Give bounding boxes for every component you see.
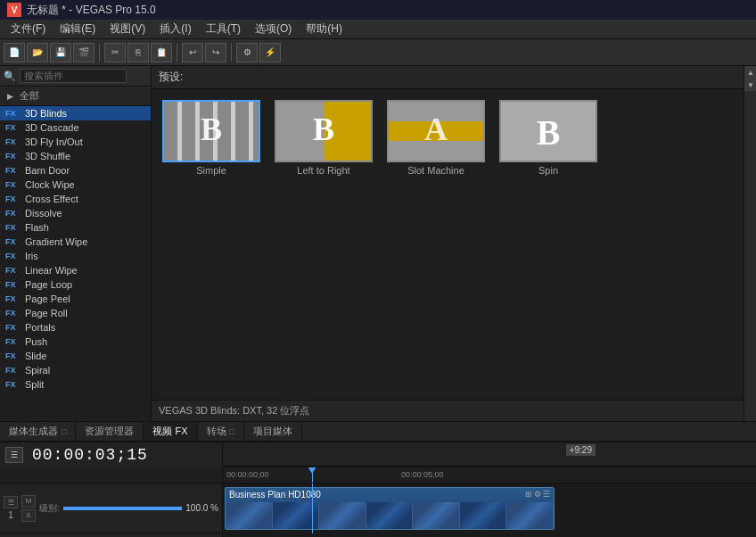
effect-3d-blinds[interactable]: FX 3D Blinds [0,106,151,120]
tab-transitions-close[interactable]: □ [230,427,234,436]
playhead-head [308,467,316,474]
svg-text:B: B [537,112,561,153]
track-mute[interactable]: M [21,495,36,508]
preset-label-slot: Slot Machine [407,165,464,176]
preset-simple[interactable]: B Simple [159,96,264,179]
track-expand-btn[interactable]: ☰ [4,496,18,508]
ruler-mark-1: 00:00:05;00 [401,470,444,479]
right-panel-wrapper: 预设: [152,66,756,421]
toolbar-open[interactable]: 📂 [27,43,48,62]
timeline-tracks: ☰ 1 M S 级别: 100.0 % [0,483,756,537]
track-label-row-1: ☰ 1 M S 级别: 100.0 % [0,483,222,533]
toolbar-new[interactable]: 📄 [4,43,25,62]
collapse-icon[interactable]: ▶ [7,92,13,101]
effect-cross[interactable]: FX Cross Effect [0,192,151,206]
effect-split[interactable]: FX Split [0,377,151,392]
preset-label-simple: Simple [196,165,226,176]
tab-transitions[interactable]: 转场 □ [198,422,244,441]
svg-rect-2 [182,102,195,161]
tab-media-gen[interactable]: 媒体生成器 □ [0,422,76,441]
tab-project-media[interactable]: 项目媒体 [244,422,302,441]
all-label: 全部 [20,89,39,103]
clip-thumbnail-strip [226,502,554,529]
toolbar-render[interactable]: 🎬 [73,43,94,62]
effect-3d-cascade[interactable]: FX 3D Cascade [0,120,151,135]
menu-help[interactable]: 帮助(H) [299,20,349,38]
menu-tools[interactable]: 工具(T) [199,20,248,38]
menu-view[interactable]: 视图(V) [103,20,152,38]
toolbar-copy[interactable]: ⎘ [127,43,149,62]
effects-list: FX 3D Blinds FX 3D Cascade FX 3D Fly In/… [0,106,151,421]
level-fill [63,507,183,510]
toolbar-extra1[interactable]: ⚙ [236,43,258,62]
effect-iris[interactable]: FX Iris [0,249,151,263]
preset-label-left-right: Left to Right [297,165,349,176]
track-labels: ☰ 1 M S 级别: 100.0 % [0,483,223,537]
ruler-track[interactable]: 00:00:00;00 00:00:05;00 [223,467,756,483]
effect-3d-fly[interactable]: FX 3D Fly In/Out [0,135,151,149]
search-input[interactable] [20,69,127,83]
preset-thumb-left-right: B [275,100,373,162]
video-clip[interactable]: Business Plan HD1080 ⊞ ⚙ ☰ [225,487,555,530]
effect-3d-shuffle[interactable]: FX 3D Shuffle [0,149,151,163]
level-slider[interactable] [63,507,183,510]
svg-rect-5 [235,102,249,161]
track-level: 级别: 100.0 % [39,502,218,515]
level-label: 级别: [39,502,60,515]
effect-gradient-wipe[interactable]: FX Gradient Wipe [0,235,151,249]
menu-edit[interactable]: 编辑(E) [53,20,103,38]
tab-assets[interactable]: 资源管理器 [76,422,144,441]
effect-barn-door[interactable]: FX Barn Door [0,163,151,178]
effect-page-roll[interactable]: FX Page Roll [0,306,151,320]
menu-options[interactable]: 选项(O) [248,20,299,38]
playhead-track [312,483,313,533]
preset-label-spin: Spin [538,165,558,176]
effect-spiral[interactable]: FX Spiral [0,363,151,377]
timeline-section: ☰ 00:00:03;15 +9:29 00:00:00;00 00:00:05… [0,441,756,537]
effect-slide[interactable]: FX Slide [0,349,151,363]
tab-media-gen-close[interactable]: □ [62,427,66,436]
menu-insert[interactable]: 插入(I) [152,20,198,38]
menu-bar: 文件(F) 编辑(E) 视图(V) 插入(I) 工具(T) 选项(O) 帮助(H… [0,20,756,39]
clip-fx-icon: ⊞ [525,490,532,499]
tab-video-fx[interactable]: 视频 FX [144,422,197,441]
effect-page-peel[interactable]: FX Page Peel [0,292,151,306]
main-layout: 🔍 ▶ 全部 FX 3D Blinds FX 3D Cascade FX 3D … [0,66,756,421]
title-text: 无标题 * - VEGAS Pro 15.0 [27,3,156,18]
effect-clock-wipe[interactable]: FX Clock Wipe [0,178,151,192]
preset-thumb-spin: B [499,100,597,162]
preset-slot-machine[interactable]: A Slot Machine [383,96,489,179]
preset-spin[interactable]: B Spin [496,96,601,179]
timeline-header: ☰ 00:00:03;15 +9:29 [0,442,756,467]
toolbar-paste[interactable]: 📋 [151,43,172,62]
preset-thumb-simple: B [162,100,260,162]
effect-page-loop[interactable]: FX Page Loop [0,277,151,292]
timeline-menu[interactable]: ☰ [5,447,23,463]
presets-header: 预设: [152,66,744,89]
effect-portals[interactable]: FX Portals [0,320,151,335]
scroll-down[interactable]: ▼ [744,78,756,91]
level-value: 100.0 % [185,503,218,513]
clip-settings-icon: ⚙ [534,490,541,499]
toolbar-extra2[interactable]: ⚡ [259,43,281,62]
preset-left-right[interactable]: B Left to Right [271,96,376,179]
track-icons: M S [21,495,36,522]
menu-file[interactable]: 文件(F) [4,20,53,38]
effect-dissolve[interactable]: FX Dissolve [0,206,151,220]
timeline-ruler: 00:00:00;00 00:00:05;00 [0,467,756,483]
scroll-up[interactable]: ▲ [744,66,756,78]
preset-thumb-slot: A [387,100,485,162]
bottom-tabs: 媒体生成器 □ 资源管理器 视频 FX 转场 □ 项目媒体 [0,421,756,441]
effect-linear-wipe[interactable]: FX Linear Wipe [0,263,151,277]
fx-status-bar: VEGAS 3D Blinds: DXT, 32 位浮点 [152,400,744,421]
effect-flash[interactable]: FX Flash [0,220,151,235]
toolbar-cut[interactable]: ✂ [104,43,126,62]
toolbar-redo[interactable]: ↪ [205,43,226,62]
title-bar: V 无标题 * - VEGAS Pro 15.0 [0,0,756,20]
track-solo[interactable]: S [21,509,36,522]
timecode: 00:00:03;15 [23,446,157,464]
search-box: 🔍 [0,66,151,87]
toolbar-save[interactable]: 💾 [50,43,71,62]
effect-push[interactable]: FX Push [0,335,151,349]
toolbar-undo[interactable]: ↩ [182,43,203,62]
